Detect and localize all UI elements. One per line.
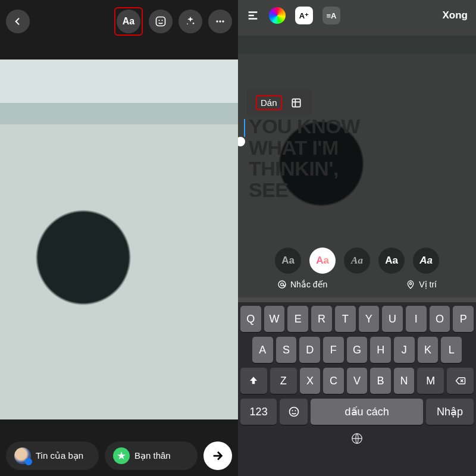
key-s[interactable]: S — [276, 337, 297, 363]
key-v[interactable]: V — [347, 368, 368, 394]
key-t[interactable]: T — [335, 306, 356, 332]
sticker-icon — [155, 15, 167, 27]
font-option-3[interactable]: Aa — [344, 248, 370, 274]
svg-point-6 — [219, 20, 221, 22]
color-picker-button[interactable] — [269, 7, 286, 24]
location-button[interactable]: Vị trí — [406, 280, 437, 289]
text-tool-label: Aa — [123, 16, 134, 27]
svg-rect-0 — [156, 17, 165, 26]
key-d[interactable]: D — [299, 337, 320, 363]
onscreen-keyboard: QWERTYUIOP ASDFGHJKL ZXCVBNM 123 dấu các… — [238, 302, 476, 476]
key-p[interactable]: P — [453, 306, 474, 332]
svg-point-14 — [295, 410, 296, 411]
story-text-content[interactable]: YOU KNOW WHAT I'M THINKIN', SEE — [249, 116, 464, 201]
font-option-1[interactable]: Aa — [275, 248, 301, 274]
key-l[interactable]: L — [441, 337, 462, 363]
text-style-button[interactable]: ≡A — [322, 7, 340, 24]
paste-popover: Dán — [246, 89, 312, 116]
key-k[interactable]: K — [418, 337, 439, 363]
keyboard-row-4: 123 dấu cách Nhập — [240, 399, 474, 425]
align-icon[interactable] — [246, 9, 259, 22]
done-button[interactable]: Xong — [443, 10, 468, 21]
svg-point-4 — [187, 23, 188, 24]
font-picker: Aa Aa Aa Aa Aa — [238, 248, 476, 274]
svg-point-12 — [289, 408, 298, 416]
svg-point-11 — [410, 283, 412, 284]
font-option-2[interactable]: Aa — [309, 248, 336, 274]
font-option-5[interactable]: Aa — [413, 248, 439, 274]
story-share-bar: Tin của bạn ★ Bạn thân — [0, 441, 238, 470]
numbers-key[interactable]: 123 — [240, 399, 277, 425]
svg-point-2 — [161, 20, 162, 21]
key-g[interactable]: G — [347, 337, 368, 363]
chevron-left-icon — [13, 17, 23, 26]
story-photo — [0, 60, 238, 419]
text-tool-button[interactable]: Aa — [117, 10, 140, 33]
backspace-key[interactable] — [447, 368, 474, 394]
enter-key[interactable]: Nhập — [426, 399, 474, 425]
key-f[interactable]: F — [323, 337, 344, 363]
svg-rect-8 — [292, 99, 300, 107]
svg-point-7 — [222, 20, 224, 22]
backspace-icon — [454, 375, 467, 386]
your-story-label: Tin của bạn — [36, 450, 83, 461]
story-editor-preview: Aa Tin của bạn ★ Bạn thân — [0, 0, 238, 476]
arrow-right-icon — [211, 449, 224, 462]
paste-button[interactable]: Dán — [256, 95, 282, 110]
svg-point-5 — [216, 20, 218, 22]
avatar-icon — [14, 447, 31, 464]
mention-button[interactable]: Nhắc đến — [277, 280, 327, 289]
back-button[interactable] — [6, 10, 30, 33]
close-friends-button[interactable]: ★ Bạn thân — [105, 441, 198, 470]
story-text-editor: A⁺ ≡A Xong Dán YOU KNOW WHAT I'M THINKIN… — [238, 0, 476, 476]
key-y[interactable]: Y — [359, 306, 380, 332]
more-button[interactable] — [208, 10, 232, 33]
autofill-icon[interactable] — [290, 97, 302, 109]
key-e[interactable]: E — [287, 306, 308, 332]
close-friends-label: Bạn thân — [134, 450, 171, 461]
sparkle-icon — [184, 15, 196, 27]
close-friends-icon: ★ — [113, 447, 130, 464]
keyboard-row-3: ZXCVBNM — [240, 368, 474, 394]
key-m[interactable]: M — [417, 368, 444, 394]
emoji-key[interactable] — [280, 399, 308, 425]
key-z[interactable]: Z — [270, 368, 297, 394]
svg-point-1 — [158, 20, 159, 21]
key-b[interactable]: B — [370, 368, 391, 394]
tag-suggestions: Nhắc đến Vị trí — [238, 280, 476, 289]
key-j[interactable]: J — [394, 337, 415, 363]
key-u[interactable]: U — [382, 306, 403, 332]
globe-icon[interactable] — [350, 432, 364, 445]
sticker-button[interactable] — [149, 10, 173, 33]
key-q[interactable]: Q — [240, 306, 261, 332]
svg-point-9 — [278, 281, 286, 288]
highlight-text-tool: Aa — [114, 7, 143, 36]
shift-key[interactable] — [240, 368, 267, 394]
key-n[interactable]: N — [394, 368, 415, 394]
svg-point-10 — [281, 283, 284, 286]
key-h[interactable]: H — [370, 337, 391, 363]
key-c[interactable]: C — [323, 368, 344, 394]
key-i[interactable]: I — [406, 306, 427, 332]
send-button[interactable] — [203, 441, 232, 470]
key-r[interactable]: R — [311, 306, 332, 332]
emoji-icon — [288, 406, 300, 418]
your-story-button[interactable]: Tin của bạn — [6, 441, 99, 470]
key-o[interactable]: O — [430, 306, 450, 332]
effects-button[interactable] — [178, 10, 202, 33]
keyboard-row-1: QWERTYUIOP — [240, 306, 474, 332]
text-cursor — [244, 119, 245, 137]
shift-icon — [248, 375, 259, 386]
key-x[interactable]: X — [300, 368, 321, 394]
mention-icon — [277, 280, 287, 289]
svg-point-13 — [292, 410, 293, 411]
key-a[interactable]: A — [252, 337, 273, 363]
story-top-toolbar: Aa — [0, 0, 238, 43]
text-editor-toolbar: A⁺ ≡A Xong — [238, 0, 476, 31]
keyboard-row-2: ASDFGHJKL — [240, 337, 474, 363]
font-option-4[interactable]: Aa — [378, 248, 405, 274]
font-size-button[interactable]: A⁺ — [295, 7, 313, 24]
key-w[interactable]: W — [264, 306, 285, 332]
ellipsis-icon — [214, 15, 226, 27]
spacebar-key[interactable]: dấu cách — [311, 399, 423, 425]
